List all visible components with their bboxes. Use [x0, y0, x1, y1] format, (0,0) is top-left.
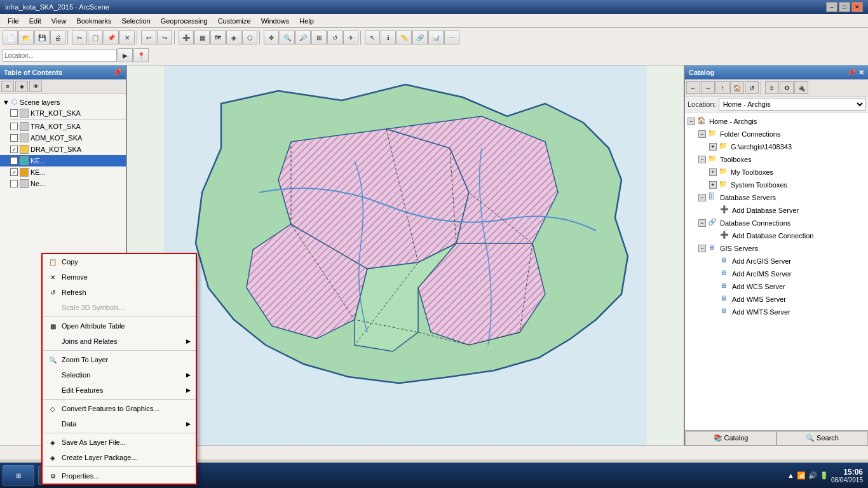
- ctx-properties[interactable]: ⚙ Properties...: [43, 468, 196, 484]
- path-expand[interactable]: +: [709, 143, 717, 151]
- tb-redo[interactable]: ↪: [157, 30, 172, 44]
- adm-checkbox[interactable]: [10, 134, 18, 142]
- cat-up-btn[interactable]: ↑: [715, 81, 729, 94]
- tb-paste[interactable]: 📌: [104, 30, 119, 44]
- toc-source-btn[interactable]: ◈: [15, 81, 28, 92]
- tb-full[interactable]: ⊞: [311, 30, 327, 44]
- cat-item-add-wcs[interactable]: 🖥 Add WCS Server: [685, 280, 868, 293]
- dra-checkbox[interactable]: ✓: [10, 146, 18, 153]
- cat-item-mytoolboxes[interactable]: + 📁 My Toolboxes: [685, 166, 868, 179]
- tb-copy[interactable]: 📋: [88, 30, 103, 44]
- menu-selection[interactable]: Selection: [116, 16, 155, 26]
- tray-arrow[interactable]: ▲: [787, 471, 794, 479]
- menu-customize[interactable]: Customize: [213, 16, 256, 26]
- toc-layer-dra[interactable]: ✓ DRA_KOT_SKA: [0, 144, 126, 155]
- tb-go[interactable]: ▶: [118, 48, 133, 62]
- tb-cut[interactable]: ✂: [72, 30, 87, 44]
- tb-new[interactable]: 📄: [3, 30, 18, 44]
- menu-edit[interactable]: Edit: [24, 16, 46, 26]
- cat-refresh-btn[interactable]: ↺: [745, 81, 759, 94]
- map-area[interactable]: [127, 65, 684, 445]
- toc-pin-button[interactable]: 📌: [112, 68, 122, 77]
- cat-item-add-arcims[interactable]: 🖥 Add ArcIMS Server: [685, 268, 868, 280]
- clock[interactable]: 15:06 08/04/2015: [831, 468, 863, 484]
- toc-layer-tra[interactable]: TRA_KOT_SKA: [0, 121, 126, 132]
- cat-item-home[interactable]: − 🏠 Home - Archgis: [685, 115, 868, 128]
- tb-3d[interactable]: ◈: [226, 30, 241, 44]
- ctx-copy[interactable]: 📋 Copy: [43, 254, 196, 269]
- dbconn-expand[interactable]: −: [698, 219, 706, 227]
- tb-zoom-out[interactable]: 🔎: [295, 30, 311, 44]
- menu-file[interactable]: File: [3, 16, 24, 26]
- menu-help[interactable]: Help: [294, 16, 319, 26]
- location-dropdown[interactable]: Home - Archgis: [719, 98, 865, 111]
- tra-checkbox[interactable]: [10, 123, 18, 130]
- menu-windows[interactable]: Windows: [256, 16, 295, 26]
- ctx-selection[interactable]: Selection ▶: [43, 367, 196, 383]
- ctx-data[interactable]: Data ▶: [43, 416, 196, 431]
- tb-rotate[interactable]: ↺: [327, 30, 342, 44]
- close-button[interactable]: ✕: [851, 2, 863, 12]
- catalog-pin-icon[interactable]: 📌: [847, 69, 856, 77]
- tb-undo[interactable]: ↩: [141, 30, 156, 44]
- catalog-close-icon[interactable]: ✕: [858, 69, 864, 77]
- menu-view[interactable]: View: [46, 16, 72, 26]
- folderconn-expand[interactable]: −: [698, 130, 706, 138]
- tb-layout[interactable]: ▦: [194, 30, 210, 44]
- cat-item-add-wmts[interactable]: 🖥 Add WMTS Server: [685, 306, 868, 318]
- toc-list-btn[interactable]: ≡: [1, 81, 14, 92]
- tb-add-data[interactable]: ➕: [179, 30, 194, 44]
- tb-zoom-in[interactable]: 🔍: [280, 30, 295, 44]
- toc-layer-ktr[interactable]: KTR_KOT_SKA: [0, 107, 126, 119]
- start-button[interactable]: ⊞: [3, 465, 34, 485]
- tb-pan[interactable]: ✥: [264, 30, 279, 44]
- ne1-checkbox[interactable]: [10, 180, 18, 187]
- tb-select[interactable]: ↖: [365, 30, 380, 44]
- cat-item-systoolboxes[interactable]: + 📁 System Toolboxes: [685, 179, 868, 191]
- gissrv-expand[interactable]: −: [698, 245, 706, 252]
- ke1-checkbox[interactable]: ✓: [10, 157, 18, 165]
- tb-scene[interactable]: ⬡: [242, 30, 257, 44]
- cat-item-toolboxes[interactable]: − 📁 Toolboxes: [685, 153, 868, 166]
- ctx-editfeatures[interactable]: Edit Features ▶: [43, 383, 196, 398]
- catalog-tab[interactable]: 📚 Catalog: [685, 431, 776, 445]
- tb-open[interactable]: 📂: [18, 30, 34, 44]
- ctx-convert[interactable]: ◇ Convert Features to Graphics...: [43, 401, 196, 416]
- cat-item-add-db-server[interactable]: ➕ Add Database Server: [685, 204, 868, 217]
- mytb-expand[interactable]: +: [709, 168, 717, 176]
- tb-more[interactable]: ⋯: [444, 30, 459, 44]
- tb-delete[interactable]: ✕: [119, 30, 135, 44]
- cat-item-add-wms[interactable]: 🖥 Add WMS Server: [685, 293, 868, 306]
- toc-layer-ke1[interactable]: ✓ KE...: [0, 155, 126, 166]
- ctx-openattr[interactable]: ▦ Open Attribute Table: [43, 318, 196, 334]
- cat-forward-btn[interactable]: →: [701, 81, 715, 94]
- menu-geoprocessing[interactable]: Geoprocessing: [156, 16, 213, 26]
- cat-view-btn[interactable]: ≡: [765, 81, 779, 94]
- cat-item-db-servers[interactable]: − 🗄 Database Servers: [685, 191, 868, 204]
- tb-fly[interactable]: ✈: [343, 30, 358, 44]
- home-expand[interactable]: −: [688, 118, 695, 125]
- ke2-checkbox[interactable]: ✓: [10, 168, 18, 176]
- cat-item-add-arcgis[interactable]: 🖥 Add ArcGIS Server: [685, 255, 868, 268]
- toc-layer-ne1[interactable]: Ne...: [0, 178, 126, 189]
- systb-expand[interactable]: +: [709, 181, 717, 189]
- menu-bookmarks[interactable]: Bookmarks: [71, 16, 116, 26]
- ctx-remove[interactable]: ✕ Remove: [43, 269, 196, 285]
- ktr-checkbox[interactable]: [10, 109, 18, 117]
- ctx-refresh[interactable]: ↺ Refresh: [43, 285, 196, 300]
- toolboxes-expand[interactable]: −: [698, 156, 706, 163]
- toc-layer-adm[interactable]: ADM_KOT_SKA: [0, 132, 126, 144]
- cat-item-add-db-conn[interactable]: ➕ Add Database Connection: [685, 229, 868, 242]
- tb-measure[interactable]: 📏: [397, 30, 412, 44]
- ctx-zoom[interactable]: 🔍 Zoom To Layer: [43, 352, 196, 367]
- tb-print[interactable]: 🖨: [50, 30, 65, 44]
- tb-save[interactable]: 💾: [34, 30, 50, 44]
- cat-back-btn[interactable]: ←: [686, 81, 700, 94]
- tb-identify[interactable]: ℹ: [381, 30, 396, 44]
- ctx-savelayer[interactable]: ◈ Save As Layer File...: [43, 435, 196, 450]
- toc-layer-ke2[interactable]: ✓ KE...: [0, 166, 126, 178]
- tb-map[interactable]: 🗺: [210, 30, 226, 44]
- cat-item-path[interactable]: + 📁 G:\archgis\1408343: [685, 140, 868, 153]
- ctx-createlayer[interactable]: ◈ Create Layer Package...: [43, 450, 196, 465]
- tb-graph[interactable]: 📊: [428, 30, 444, 44]
